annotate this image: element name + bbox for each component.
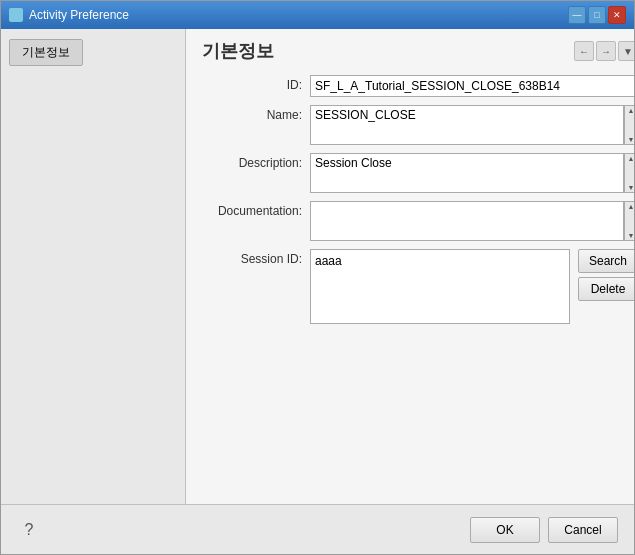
name-field: ▲ ▼ (310, 105, 634, 145)
panel-header: 기본정보 ← → ▼ (202, 39, 634, 63)
bottom-bar: ? OK Cancel (1, 504, 634, 554)
session-id-row: Session ID: Search Delete (202, 249, 634, 324)
cancel-button[interactable]: Cancel (548, 517, 618, 543)
documentation-row: Documentation: ▲ ▼ (202, 201, 634, 241)
documentation-field: ▲ ▼ (310, 201, 634, 241)
description-textarea[interactable] (310, 153, 624, 193)
documentation-label: Documentation: (202, 201, 302, 218)
bottom-right: OK Cancel (470, 517, 618, 543)
scroll-down-icon2: ▼ (628, 184, 634, 191)
close-button[interactable]: ✕ (608, 6, 626, 24)
session-id-textarea[interactable] (310, 249, 570, 324)
session-id-section: Search Delete (310, 249, 634, 324)
help-button[interactable]: ? (17, 518, 41, 542)
id-row: ID: (202, 75, 634, 97)
delete-button[interactable]: Delete (578, 277, 634, 301)
window-controls: — □ ✕ (568, 6, 626, 24)
description-label: Description: (202, 153, 302, 170)
id-input[interactable] (310, 75, 634, 97)
description-scrollbar[interactable]: ▲ ▼ (624, 153, 634, 193)
id-label: ID: (202, 75, 302, 92)
nav-forward-button[interactable]: → (596, 41, 616, 61)
title-bar: Activity Preference — □ ✕ (1, 1, 634, 29)
id-field (310, 75, 634, 97)
scroll-down-icon3: ▼ (628, 232, 634, 239)
main-panel: 기본정보 ← → ▼ ID: Name: (186, 29, 634, 504)
name-label: Name: (202, 105, 302, 122)
minimize-button[interactable]: — (568, 6, 586, 24)
nav-back-button[interactable]: ← (574, 41, 594, 61)
name-textarea[interactable] (310, 105, 624, 145)
documentation-scrollbar[interactable]: ▲ ▼ (624, 201, 634, 241)
ok-button[interactable]: OK (470, 517, 540, 543)
panel-nav: ← → ▼ (574, 41, 634, 61)
name-row: Name: ▲ ▼ (202, 105, 634, 145)
content-area: 기본정보 기본정보 ← → ▼ ID: (1, 29, 634, 504)
window-title: Activity Preference (29, 8, 562, 22)
bottom-left: ? (17, 518, 41, 542)
window-icon (9, 8, 23, 22)
scroll-up-icon3: ▲ (628, 203, 634, 210)
documentation-textarea[interactable] (310, 201, 624, 241)
description-field: ▲ ▼ (310, 153, 634, 193)
sidebar-item-basic-info[interactable]: 기본정보 (9, 39, 83, 66)
name-scrollbar[interactable]: ▲ ▼ (624, 105, 634, 145)
session-id-label: Session ID: (202, 249, 302, 266)
form-area: ID: Name: ▲ ▼ (202, 75, 634, 494)
scroll-up-icon2: ▲ (628, 155, 634, 162)
sidebar: 기본정보 (1, 29, 186, 504)
maximize-button[interactable]: □ (588, 6, 606, 24)
nav-dropdown-button[interactable]: ▼ (618, 41, 634, 61)
scroll-down-icon: ▼ (628, 136, 634, 143)
main-window: Activity Preference — □ ✕ 기본정보 기본정보 ← → … (0, 0, 635, 555)
description-row: Description: ▲ ▼ (202, 153, 634, 193)
search-button[interactable]: Search (578, 249, 634, 273)
panel-title: 기본정보 (202, 39, 274, 63)
session-id-buttons: Search Delete (578, 249, 634, 301)
scroll-up-icon: ▲ (628, 107, 634, 114)
